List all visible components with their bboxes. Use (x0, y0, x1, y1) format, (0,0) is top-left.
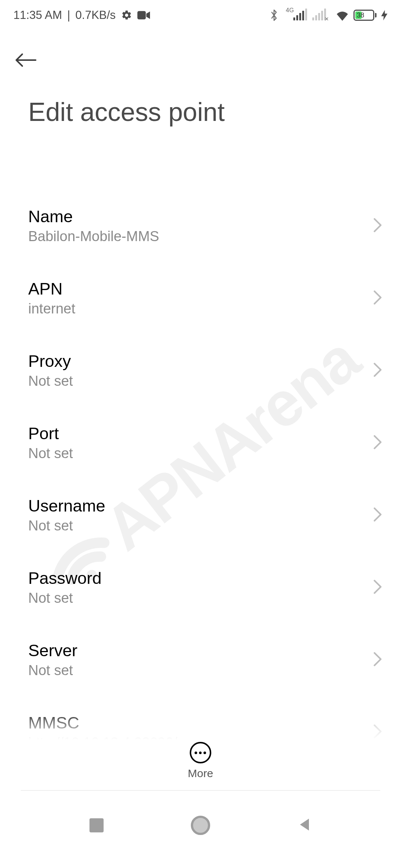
setting-row-password[interactable]: Password Not set (28, 551, 383, 623)
bluetooth-icon (269, 9, 279, 21)
battery-indicator: 38 (353, 10, 376, 21)
setting-row-name[interactable]: Name Babilon-Mobile-MMS (28, 189, 383, 262)
circle-icon (191, 816, 210, 835)
back-button[interactable] (15, 45, 45, 75)
setting-label: Port (28, 424, 73, 443)
system-nav-bar (0, 794, 401, 868)
chevron-right-icon (372, 290, 383, 307)
more-label: More (188, 767, 213, 780)
gear-icon (121, 10, 132, 21)
status-time: 11:35 AM (13, 9, 62, 22)
setting-label: Password (28, 569, 102, 588)
setting-row-username[interactable]: Username Not set (28, 479, 383, 551)
app-bar (0, 30, 401, 75)
settings-list: Name Babilon-Mobile-MMS APN internet Pro… (0, 174, 401, 789)
svg-rect-0 (137, 11, 146, 20)
setting-value: Not set (28, 662, 78, 678)
video-camera-icon (137, 10, 150, 20)
setting-value: Not set (28, 518, 105, 534)
more-button[interactable]: More (188, 742, 213, 780)
bottom-action-bar: More (0, 707, 401, 789)
setting-label: Proxy (28, 352, 73, 371)
status-bar-right: 4G ✕ 38 (269, 9, 388, 21)
chevron-right-icon (372, 651, 383, 668)
no-sim-x-icon: ✕ (325, 16, 329, 22)
more-icon (190, 742, 211, 763)
chevron-right-icon (372, 217, 383, 234)
setting-row-server[interactable]: Server Not set (28, 623, 383, 696)
signal-bars-no-sim-icon (312, 10, 326, 20)
charging-bolt-icon (381, 10, 388, 20)
setting-row-port[interactable]: Port Not set (28, 406, 383, 479)
setting-value: Babilon-Mobile-MMS (28, 228, 159, 244)
signal-primary: 4G (284, 10, 307, 20)
setting-label: Name (28, 207, 159, 226)
setting-label: Server (28, 641, 78, 660)
setting-row-apn[interactable]: APN internet (28, 262, 383, 334)
chevron-right-icon (372, 507, 383, 524)
signal-4g-label: 4G (286, 7, 294, 14)
signal-secondary: ✕ (312, 10, 331, 20)
setting-value: internet (28, 301, 75, 317)
status-bar-left: 11:35 AM | 0.7KB/s (13, 9, 150, 22)
nav-recents-button[interactable] (82, 811, 111, 840)
nav-back-button[interactable] (290, 811, 319, 840)
status-separator: | (67, 9, 70, 22)
bottom-divider (21, 790, 380, 791)
setting-label: APN (28, 279, 75, 299)
triangle-left-icon (297, 817, 312, 834)
setting-label: Username (28, 496, 105, 516)
setting-row-proxy[interactable]: Proxy Not set (28, 334, 383, 406)
setting-value: Not set (28, 590, 102, 606)
nav-home-button[interactable] (186, 811, 215, 840)
status-data-rate: 0.7KB/s (75, 9, 116, 22)
chevron-right-icon (372, 434, 383, 451)
page-title: Edit access point (0, 75, 401, 134)
chevron-right-icon (372, 579, 383, 596)
status-bar: 11:35 AM | 0.7KB/s 4G ✕ (0, 0, 401, 30)
chevron-right-icon (372, 362, 383, 379)
wifi-icon (336, 10, 349, 21)
square-icon (89, 818, 104, 832)
setting-value: Not set (28, 445, 73, 461)
setting-value: Not set (28, 373, 73, 389)
battery-percent: 38 (357, 11, 364, 19)
signal-bars-icon (293, 10, 307, 20)
